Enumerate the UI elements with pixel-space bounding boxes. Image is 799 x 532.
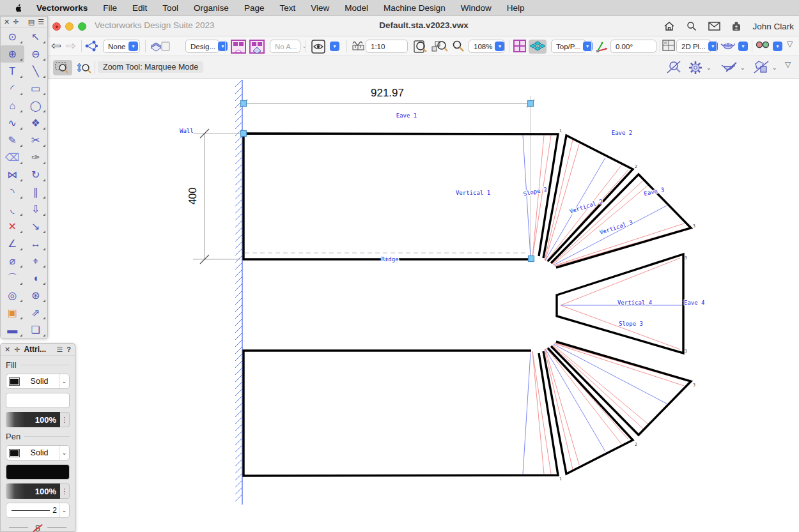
stereo-dropdown-button[interactable]: ▾ (773, 42, 782, 51)
surface-options-icon[interactable] (753, 60, 770, 74)
palette-menu-icon[interactable]: ☰ (56, 346, 63, 354)
unified-view-icon[interactable] (529, 40, 547, 54)
back-arrow-button[interactable]: ⇦ (51, 38, 61, 54)
menu-item-view[interactable]: View (303, 0, 337, 16)
drawing-svg[interactable]: 921.97 400 1 2 3 3 3 1 2 3 (0, 79, 799, 532)
close-palette-icon[interactable]: ✕ (4, 18, 10, 26)
mail-icon[interactable] (708, 20, 720, 33)
fit-page-zoom-icon[interactable] (413, 40, 428, 54)
menu-item-machine-design[interactable]: Machine Design (376, 0, 453, 16)
tool-dimension-angular[interactable]: ∠ (1, 235, 24, 252)
home-icon[interactable] (663, 20, 676, 33)
tool-stamp[interactable]: ▬ (1, 321, 24, 338)
class-dropdown[interactable]: None▾ (103, 40, 140, 53)
tool-mirror[interactable]: ⋈ (1, 166, 24, 183)
render-mode-dropdown-button[interactable]: ▾ (738, 42, 748, 51)
upper-fan-panel-2[interactable] (543, 135, 633, 261)
dimension-width[interactable]: 921.97 (240, 87, 534, 258)
forward-arrow-button[interactable]: ⇨ (66, 38, 76, 54)
stereo-glasses-icon[interactable] (756, 40, 770, 50)
fill-color-well[interactable] (6, 393, 70, 408)
line-weight-dropdown[interactable]: 2 ⌄ (6, 503, 70, 518)
top-panel[interactable] (244, 133, 558, 259)
close-palette-icon[interactable]: ✕ (4, 346, 10, 354)
lower-fan-panel-3[interactable] (551, 342, 691, 435)
zoom-line-thickness-icon[interactable] (666, 60, 683, 74)
visibility-icon[interactable] (311, 40, 325, 54)
tool-trim[interactable]: ✂ (24, 132, 48, 149)
minimize-window-button[interactable] (65, 22, 74, 31)
dock-palette-icon[interactable]: ✛ (14, 346, 20, 354)
saved-view-icon[interactable] (231, 40, 246, 54)
tool-fillet[interactable]: ◝ (1, 183, 24, 201)
gear-icon[interactable] (688, 60, 703, 75)
lower-fan-panel-2[interactable] (543, 348, 633, 474)
pen-opacity-control[interactable]: 100% ⋮ (6, 483, 70, 499)
close-window-button[interactable] (52, 22, 61, 31)
annotation-dropdown[interactable]: No A...⌄ (270, 40, 300, 53)
upper-fan-panel-3[interactable] (551, 174, 691, 268)
tool-text[interactable]: T (1, 63, 24, 80)
pen-opacity-menu-icon[interactable]: ⋮ (60, 483, 70, 499)
list-view-icon[interactable]: ▤ (28, 18, 35, 26)
tool-dimension-diagonal[interactable]: ↘ (24, 218, 48, 235)
menu-item-text[interactable]: Text (272, 0, 303, 16)
collapse-modebar-icon[interactable]: ▽ (785, 60, 791, 69)
pen-style-dropdown[interactable]: Solid ⌄ (6, 445, 70, 460)
menu-item-file[interactable]: File (95, 0, 125, 16)
tool-flyover[interactable]: ⊙ (1, 28, 24, 45)
menu-item-window[interactable]: Window (453, 0, 499, 16)
start-marker-control[interactable] (9, 528, 28, 528)
zoom-dynamic-mode-button[interactable] (75, 60, 93, 75)
menu-item-vectorworks[interactable]: Vectorworks (29, 0, 95, 16)
tool-center-mark[interactable]: ⌖ (24, 252, 48, 270)
drawing-canvas[interactable]: 921.97 400 1 2 3 3 3 1 2 3 (0, 79, 799, 532)
tool-offset[interactable]: ∥ (24, 183, 48, 201)
scale-field[interactable]: 1:10 (366, 40, 408, 53)
tool-arc[interactable]: ◜ (1, 80, 24, 97)
tool-rotate[interactable]: ↻ (24, 166, 48, 183)
tool-dimension-linear[interactable]: ↔ (24, 235, 48, 252)
selection-handles[interactable] (241, 101, 534, 262)
tool-dimension-diameter[interactable]: ⌀ (1, 252, 24, 270)
pen-color-well[interactable] (6, 464, 70, 480)
fit-objects-zoom-icon[interactable] (431, 40, 448, 54)
fill-opacity-control[interactable]: 100% ⋮ (6, 412, 70, 427)
design-layers-icon[interactable] (150, 40, 171, 52)
fill-opacity-menu-icon[interactable]: ⋮ (60, 412, 70, 427)
tool-eraser[interactable]: ⌫ (1, 149, 24, 166)
tool-leader-line[interactable]: ⇗ (24, 304, 48, 321)
reference-grid-icon[interactable] (662, 40, 675, 51)
tool-protractor[interactable]: ◖ (24, 270, 48, 287)
bottom-panel[interactable] (244, 351, 558, 476)
tool-rectangle[interactable]: ▭ (24, 80, 48, 97)
zoom-window-button[interactable] (78, 22, 86, 31)
zoom-level-dropdown[interactable]: 108%▾ (469, 40, 505, 53)
tool-polyline[interactable]: ∿ (1, 114, 24, 132)
palette-menu-icon[interactable]: ☰ (38, 18, 44, 26)
plane-dropdown[interactable]: 2D Pl...▾ (676, 40, 711, 53)
design-layer-dropdown[interactable]: Desig...▾ (185, 40, 219, 53)
end-marker-control[interactable] (47, 528, 66, 528)
fold-lines-blue[interactable] (523, 135, 682, 474)
apple-menu[interactable] (14, 3, 24, 13)
zoom-marquee-mode-button[interactable] (53, 60, 72, 75)
tool-clip-group[interactable]: ▣ (1, 304, 24, 321)
dock-palette-icon[interactable]: ✛ (13, 18, 19, 26)
tool-concentric-circles[interactable]: ◎ (1, 287, 24, 304)
plan-rotation-icon[interactable] (595, 40, 609, 54)
no-marker-icon[interactable]: 8 (33, 523, 42, 532)
layer-scale-icon[interactable] (352, 40, 365, 51)
tool-fillet-edge[interactable]: ◟ (1, 201, 24, 218)
menu-item-edit[interactable]: Edit (125, 0, 155, 16)
tool-compass[interactable]: ⌒ (1, 270, 24, 287)
tool-duplicate[interactable]: ❏ (24, 321, 48, 338)
class-options-icon[interactable] (84, 40, 98, 52)
tool-target[interactable]: ⊛ (24, 287, 48, 304)
tool-extract[interactable]: ⇩ (24, 201, 48, 218)
menu-item-help[interactable]: Help (499, 0, 532, 16)
tool-line[interactable]: ╲ (24, 63, 48, 80)
tool-zoom-in[interactable]: ⊕ (1, 45, 24, 63)
dimension-height[interactable]: 400 (187, 129, 240, 264)
tool-circle[interactable]: ◯ (24, 97, 48, 114)
